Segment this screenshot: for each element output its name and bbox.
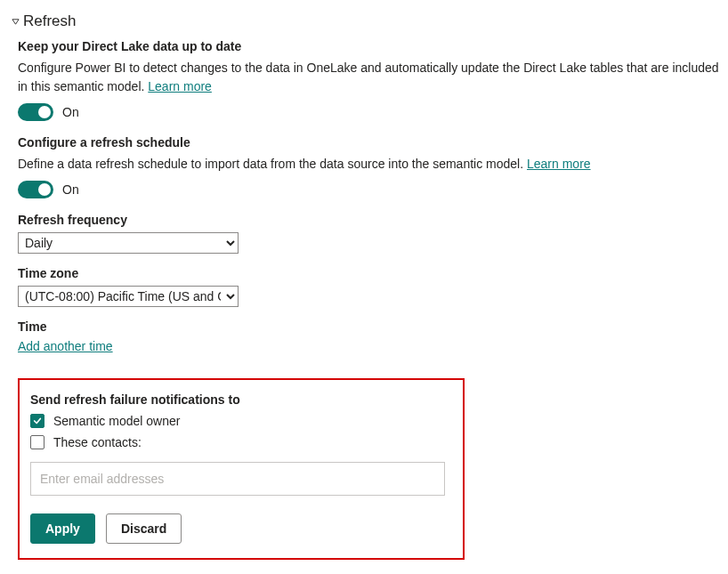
section-header[interactable]: Refresh <box>11 12 728 30</box>
time-label: Time <box>18 319 728 334</box>
direct-lake-toggle-label: On <box>62 105 79 119</box>
frequency-label: Refresh frequency <box>18 213 728 227</box>
apply-button[interactable]: Apply <box>30 513 95 544</box>
discard-button[interactable]: Discard <box>106 513 182 544</box>
chevron-down-icon <box>11 17 20 26</box>
schedule-heading: Configure a refresh schedule <box>18 135 728 150</box>
schedule-toggle-label: On <box>62 182 79 197</box>
owner-checkbox[interactable] <box>30 414 44 428</box>
notify-heading: Send refresh failure notifications to <box>30 392 450 407</box>
schedule-toggle[interactable] <box>18 181 53 198</box>
notifications-highlight: Send refresh failure notifications to Se… <box>18 378 465 560</box>
schedule-desc: Define a data refresh schedule to import… <box>18 155 721 174</box>
section-title: Refresh <box>23 12 77 30</box>
check-icon <box>33 416 42 425</box>
frequency-select[interactable]: Daily <box>18 232 239 254</box>
contacts-checkbox[interactable] <box>30 435 44 449</box>
contacts-checkbox-label: These contacts: <box>53 435 142 449</box>
direct-lake-desc: Configure Power BI to detect changes to … <box>18 59 721 96</box>
owner-checkbox-label: Semantic model owner <box>53 414 180 428</box>
direct-lake-heading: Keep your Direct Lake data up to date <box>18 39 728 53</box>
schedule-learn-link[interactable]: Learn more <box>527 157 591 171</box>
direct-lake-toggle[interactable] <box>18 103 53 121</box>
timezone-label: Time zone <box>18 266 728 280</box>
add-time-link[interactable]: Add another time <box>18 339 113 353</box>
timezone-select[interactable]: (UTC-08:00) Pacific Time (US and Canada) <box>18 286 239 307</box>
direct-lake-desc-text: Configure Power BI to detect changes to … <box>18 61 719 93</box>
email-input[interactable] <box>30 462 445 496</box>
schedule-desc-text: Define a data refresh schedule to import… <box>18 157 527 171</box>
direct-lake-learn-link[interactable]: Learn more <box>148 79 212 93</box>
